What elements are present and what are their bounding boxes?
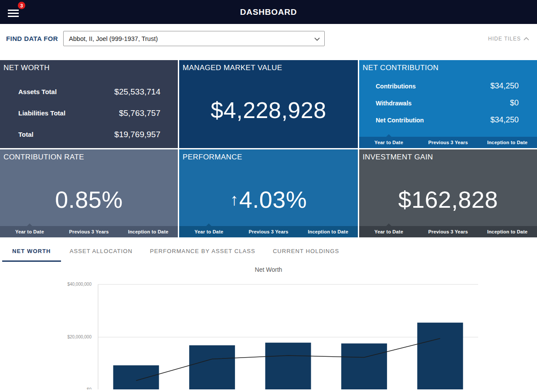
row-label: Total — [18, 131, 34, 138]
chevron-down-icon — [314, 37, 320, 41]
client-select-value: Abbot, II, Joel (999-1937, Trust) — [69, 35, 158, 42]
chevron-up-icon — [523, 37, 529, 41]
net-worth-chart: $40,000,000$20,000,000$0 — [0, 278, 537, 389]
up-arrow-icon: ↑ — [230, 190, 238, 209]
period-tab-previous-3-years[interactable]: Previous 3 Years — [418, 137, 478, 148]
svg-text:$0: $0 — [87, 387, 92, 389]
period-tab-inception-to-date[interactable]: Inception to Date — [298, 226, 358, 237]
period-tab-year-to-date[interactable]: Year to Date — [359, 137, 418, 148]
big-value-area: $4,228,928 — [179, 72, 358, 148]
tile-title: CONTRIBUTION RATE — [0, 149, 178, 162]
period-tab-inception-to-date[interactable]: Inception to Date — [478, 226, 537, 237]
notification-badge: 3 — [18, 2, 25, 9]
section-tabs: NET WORTH ASSET ALLOCATION PERFORMANCE B… — [0, 237, 537, 262]
net-worth-rows: Assets Total $25,533,714 Liabilities Tot… — [0, 72, 178, 148]
row-value: $5,763,757 — [119, 108, 160, 118]
tile-net-contribution[interactable]: NET CONTRIBUTION Contributions $34,250 W… — [359, 60, 537, 148]
contribution-rate-value: 0.85% — [55, 186, 123, 213]
selected-period-caret-icon — [386, 223, 391, 226]
period-tab-previous-3-years[interactable]: Previous 3 Years — [59, 226, 119, 237]
table-row: Liabilities Total $5,763,757 — [18, 102, 160, 124]
table-row: Net Contribution $34,250 — [376, 112, 519, 128]
tile-title: NET WORTH — [0, 60, 178, 72]
find-data-label: FIND DATA FOR — [6, 35, 58, 42]
tile-managed-market-value[interactable]: MANAGED MARKET VALUE $4,228,928 — [179, 60, 358, 148]
page-title: DASHBOARD — [240, 7, 297, 17]
tab-current-holdings[interactable]: CURRENT HOLDINGS — [267, 248, 345, 262]
row-label: Net Contribution — [376, 117, 424, 124]
table-row: Withdrawals $0 — [376, 95, 519, 112]
period-tab-strip: Year to Date Previous 3 Years Inception … — [179, 226, 358, 237]
svg-text:$20,000,000: $20,000,000 — [67, 335, 92, 339]
row-value: $0 — [510, 98, 519, 108]
period-tab-year-to-date[interactable]: Year to Date — [0, 226, 59, 237]
row-label: Contributions — [376, 83, 416, 90]
tiles-grid: NET WORTH Assets Total $25,533,714 Liabi… — [0, 60, 537, 237]
selected-period-caret-icon — [386, 134, 391, 137]
tile-performance[interactable]: PERFORMANCE ↑ 4.03% Year to Date Previou… — [179, 149, 358, 237]
selected-period-caret-icon — [206, 223, 211, 226]
hide-tiles-button[interactable]: HIDE TILES — [488, 36, 529, 42]
period-tab-strip: Year to Date Previous 3 Years Inception … — [359, 226, 537, 237]
row-label: Withdrawals — [376, 100, 411, 107]
row-value: $25,533,714 — [114, 87, 160, 97]
row-value: $34,250 — [490, 81, 519, 91]
tile-contribution-rate[interactable]: CONTRIBUTION RATE 0.85% Year to Date Pre… — [0, 149, 178, 237]
find-data-bar: FIND DATA FOR Abbot, II, Joel (999-1937,… — [0, 24, 537, 60]
table-row: Total $19,769,957 — [18, 124, 160, 145]
tab-net-worth[interactable]: NET WORTH — [2, 248, 61, 262]
period-tab-strip: Year to Date Previous 3 Years Inception … — [0, 226, 178, 237]
tab-performance-by-asset-class[interactable]: PERFORMANCE BY ASSET CLASS — [144, 248, 262, 262]
period-tab-inception-to-date[interactable]: Inception to Date — [119, 226, 178, 237]
menu-button[interactable]: 3 — [8, 6, 21, 19]
table-row: Assets Total $25,533,714 — [18, 81, 160, 102]
row-value: $19,769,957 — [114, 130, 160, 139]
period-tab-year-to-date[interactable]: Year to Date — [359, 226, 418, 237]
managed-market-value: $4,228,928 — [211, 97, 326, 123]
hamburger-icon — [8, 10, 19, 17]
top-app-bar: 3 DASHBOARD — [0, 0, 537, 24]
tile-title: MANAGED MARKET VALUE — [179, 60, 358, 72]
tab-asset-allocation[interactable]: ASSET ALLOCATION — [64, 248, 139, 262]
tile-investment-gain[interactable]: INVESTMENT GAIN $162,828 Year to Date Pr… — [359, 149, 537, 237]
svg-text:$40,000,000: $40,000,000 — [67, 282, 92, 287]
tile-title: INVESTMENT GAIN — [359, 149, 537, 162]
investment-gain-value: $162,828 — [398, 186, 498, 213]
chart-title: Net Worth — [0, 266, 537, 275]
period-tab-previous-3-years[interactable]: Previous 3 Years — [418, 226, 478, 237]
client-select[interactable]: Abbot, II, Joel (999-1937, Trust) — [63, 31, 325, 46]
row-label: Assets Total — [18, 88, 57, 95]
table-row: Contributions $34,250 — [376, 78, 519, 95]
hide-tiles-label: HIDE TILES — [488, 36, 521, 42]
row-value: $34,250 — [490, 115, 519, 125]
tile-title: NET CONTRIBUTION — [359, 60, 537, 72]
tile-title: PERFORMANCE — [179, 149, 358, 162]
performance-value: 4.03% — [239, 186, 307, 213]
tile-net-worth[interactable]: NET WORTH Assets Total $25,533,714 Liabi… — [0, 60, 178, 148]
period-tab-inception-to-date[interactable]: Inception to Date — [478, 137, 537, 148]
period-tab-previous-3-years[interactable]: Previous 3 Years — [239, 226, 299, 237]
period-tab-year-to-date[interactable]: Year to Date — [179, 226, 239, 237]
period-tab-strip: Year to Date Previous 3 Years Inception … — [359, 137, 537, 148]
selected-period-caret-icon — [27, 223, 32, 226]
row-label: Liabilities Total — [18, 109, 65, 117]
